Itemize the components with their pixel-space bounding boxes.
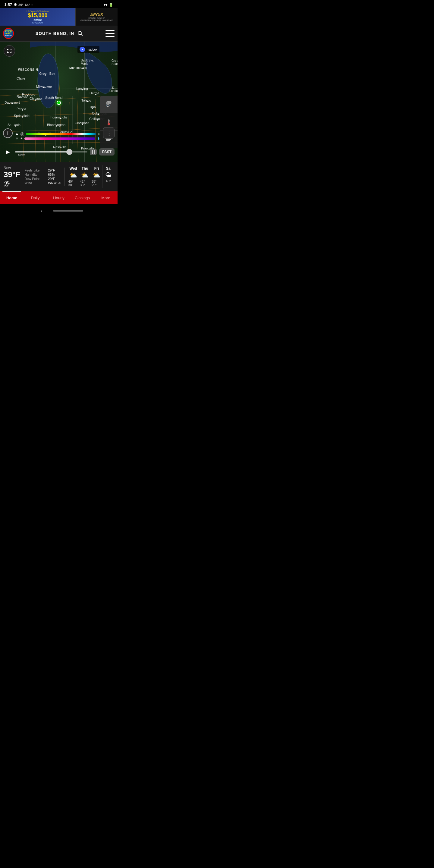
now-label: NOW xyxy=(18,154,25,157)
label-sudbury: Sudb xyxy=(112,62,118,66)
label-sault: Sault Ste.Marie xyxy=(81,59,94,65)
forecast-day-temps-2: 38° 25° xyxy=(92,180,102,187)
past-badge[interactable]: PAST xyxy=(99,148,115,156)
nav-item-closings[interactable]: Closings xyxy=(70,191,94,204)
current-details: Feels Like 29°F Humidity 66% Dew Point 2… xyxy=(24,168,61,185)
nav-item-more[interactable]: More xyxy=(94,191,118,204)
pause-bar-2 xyxy=(94,150,95,154)
header-nav: STORMALERTWEATHER SOUTH BEND, IN xyxy=(0,26,118,41)
city-dot-lima xyxy=(92,107,93,109)
mapbox-text: mapbox xyxy=(87,48,97,51)
pause-bar-1 xyxy=(92,150,93,154)
city-dot-indianapolis xyxy=(60,118,61,119)
ad-banner[interactable]: 12 Days of Christmas $15,000 smile GIVEA… xyxy=(0,8,118,26)
snow-gradient xyxy=(24,137,95,140)
city-dot-toledo xyxy=(87,101,88,102)
hamburger-line-3 xyxy=(105,36,115,37)
mapbox-m-icon xyxy=(80,47,85,52)
info-button[interactable]: i xyxy=(3,128,13,138)
battery-icon: 🔋 xyxy=(109,3,113,7)
home-indicator[interactable] xyxy=(53,210,83,212)
city-dot-chillicothe xyxy=(97,119,98,121)
label-stlouis: St. Louis xyxy=(7,123,21,127)
nav-item-daily[interactable]: Daily xyxy=(24,191,47,204)
weather-layer-panel xyxy=(100,96,118,148)
current-location-dot xyxy=(57,101,61,105)
nav-item-hourly[interactable]: Hourly xyxy=(47,191,70,204)
app-logo: STORMALERTWEATHER xyxy=(3,28,14,39)
forecast-day-name-1: Thu xyxy=(82,166,88,170)
svg-point-2 xyxy=(38,54,59,108)
system-nav: ‹ xyxy=(0,204,118,218)
ad-amount: $15,000 xyxy=(28,13,47,18)
city-dot-rockford xyxy=(27,95,28,96)
forecast-strip: Wed⛅40° 30°Thu⛅42° 33°Fri⛅38° 25°Sa🌤40° xyxy=(67,165,114,188)
legend-area: 🌧 ✳ ❄ ✳ 💧 xyxy=(14,132,101,141)
forecast-day-temps-1: 42° 33° xyxy=(80,180,90,187)
search-button[interactable] xyxy=(76,30,84,37)
label-rockford: Rockford xyxy=(22,93,35,96)
city-dot-davenport xyxy=(12,103,13,104)
play-button[interactable]: ▶ xyxy=(3,147,13,157)
bottom-nav: HomeDailyHourlyClosingsMore xyxy=(0,191,118,204)
feels-like-label: Feels Like xyxy=(24,168,45,172)
ad-brand: AEGIS xyxy=(90,12,103,17)
animation-controls: ▶ NOW PAST xyxy=(3,147,115,157)
label-great: Grea xyxy=(112,59,118,62)
label-london: Londo xyxy=(110,89,118,93)
humidity-label: Humidity xyxy=(24,173,45,176)
back-button[interactable]: ‹ xyxy=(34,207,48,215)
legend-row-rain: 🌧 ✳ xyxy=(14,132,101,136)
svg-line-1 xyxy=(81,34,83,36)
humidity-row: Humidity 66% xyxy=(24,173,61,176)
legend-row-snow: ❄ ✳ 💧 xyxy=(14,137,101,140)
label-rapids: Rapids xyxy=(17,95,27,98)
forecast-day-wed: Wed⛅40° 30° xyxy=(67,165,79,188)
more-options-button[interactable]: ⋮ xyxy=(103,127,115,138)
label-claire: Claire xyxy=(17,76,25,80)
city-dot-stlouis xyxy=(15,125,16,127)
label-indianapolis: Indianapolis xyxy=(50,116,67,119)
label-toledo: Toledo xyxy=(82,98,91,102)
city-dot-peoria xyxy=(22,110,23,111)
info-icon: i xyxy=(7,131,8,135)
ad-left: 12 Days of Christmas $15,000 smile GIVEA… xyxy=(0,8,75,26)
forecast-day-icon-2: ⛅ xyxy=(93,172,100,179)
svg-point-4 xyxy=(82,49,83,50)
ad-brand-sub: DENTAL GROUP xyxy=(88,17,104,19)
forecast-day-icon-1: ⛅ xyxy=(81,172,89,179)
feels-like-value: 29°F xyxy=(48,168,55,172)
location-area: SOUTH BEND, IN xyxy=(14,30,105,37)
city-dot-milwaukee xyxy=(43,87,44,88)
now-label-text: Now xyxy=(4,166,11,170)
forecast-day-sa: Sa🌤40° xyxy=(102,165,114,188)
more-options-icon: ⋮ xyxy=(106,129,112,136)
city-dot-lansing xyxy=(82,89,83,90)
label-southbend: South Bend xyxy=(45,96,63,99)
weather-layer-precipitation[interactable] xyxy=(100,96,118,113)
label-wisconsin: WISCONSIN xyxy=(18,68,38,71)
logo-text: STORMALERTWEATHER xyxy=(5,30,12,37)
menu-button[interactable] xyxy=(105,30,115,37)
city-dot-bloomington xyxy=(56,125,57,127)
snowflake-legend-icon: ✳ xyxy=(98,133,100,135)
snow-legend-icon: ❄ xyxy=(14,137,19,140)
ad-giveaway: GIVEAWAY xyxy=(32,22,43,24)
label-detroit: Detroit xyxy=(90,91,99,95)
wifi-icon: ▾▾ xyxy=(104,3,107,7)
timeline-thumb xyxy=(66,149,72,155)
pause-indicator xyxy=(90,149,97,155)
city-dot-springfield xyxy=(22,116,23,118)
nav-item-home[interactable]: Home xyxy=(0,191,24,204)
forecast-day-temps-3: 40° xyxy=(106,179,111,183)
city-dot-cincinnati xyxy=(82,124,83,125)
expand-map-button[interactable] xyxy=(4,45,15,57)
dewpoint-row: Dew Point 29°F xyxy=(24,177,61,181)
timeline-track[interactable]: NOW xyxy=(15,151,87,153)
label-greenbay: Green Bay xyxy=(39,72,55,75)
hamburger-line-2 xyxy=(105,33,115,34)
map-container[interactable]: Green Bay WISCONSIN MICHIGAN Milwaukee C… xyxy=(0,41,118,162)
label-peoria: Peoria xyxy=(17,107,26,111)
label-michigan: MICHIGAN xyxy=(69,67,87,70)
current-conditions: Now 39°F 🌫 Feels Like 29°F Humidity 66% … xyxy=(0,162,118,191)
